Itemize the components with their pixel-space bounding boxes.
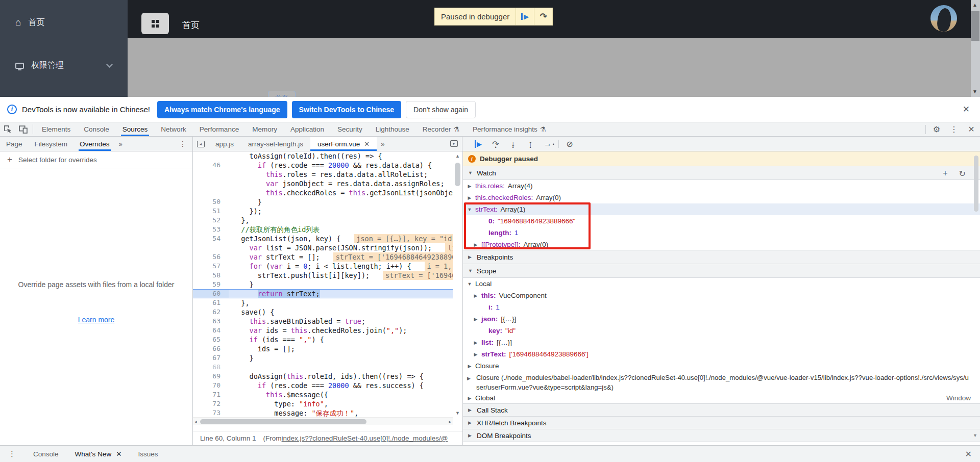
- line-number[interactable]: 46: [193, 161, 229, 170]
- file-tab-app-js[interactable]: app.js: [208, 137, 241, 151]
- line-number[interactable]: 70: [193, 381, 229, 390]
- drawer-close-icon[interactable]: ✕: [965, 449, 972, 459]
- scrollbar-thumb[interactable]: [971, 11, 979, 41]
- drawer-tab-what-s-new[interactable]: What's New✕: [67, 446, 130, 462]
- scope-row[interactable]: ▶this:VueComponent: [463, 290, 980, 301]
- code-line-60[interactable]: 60 return strText;: [193, 289, 453, 298]
- settings-gear-icon[interactable]: ⚙: [928, 124, 945, 134]
- tab-application[interactable]: Application: [284, 122, 331, 136]
- code-line-45[interactable]: 45 toAssign(roleId).then((res) => {: [193, 151, 453, 161]
- file-tab-userform-vue[interactable]: userForm.vue✕: [310, 137, 377, 151]
- code-line-57[interactable]: 57 for (var i = 0; i < list.length; i++)…: [193, 262, 453, 271]
- device-toolbar-icon[interactable]: [15, 122, 31, 136]
- breakpoint-marker[interactable]: 49: [193, 188, 229, 197]
- close-tab-icon[interactable]: ✕: [364, 140, 370, 148]
- scroll-right-icon[interactable]: ▸: [449, 419, 451, 424]
- code-line-61[interactable]: 61 },: [193, 298, 453, 307]
- tab-sources[interactable]: Sources: [116, 122, 155, 136]
- line-number[interactable]: 71: [193, 390, 229, 399]
- scope-global-row[interactable]: ▶ Global Window: [463, 392, 980, 404]
- hide-navigator-icon[interactable]: ◂: [193, 137, 208, 151]
- switch-devtools-chinese-button[interactable]: Switch DevTools to Chinese: [292, 101, 401, 118]
- watch-section-header[interactable]: ▼ Watch + ↻: [463, 166, 980, 180]
- code-line-58[interactable]: 58 strText.push(list[i][key]);strText = …: [193, 271, 453, 280]
- code-line-59[interactable]: 59 }: [193, 280, 453, 289]
- code-line-55[interactable]: 55 var list = JSON.parse(JSON.stringify(…: [193, 243, 453, 252]
- code-line-67[interactable]: 67 }: [193, 353, 453, 363]
- breakpoints-section-header[interactable]: ▶ Breakpoints: [463, 250, 980, 264]
- infobar-close-icon[interactable]: ✕: [963, 104, 970, 115]
- line-number[interactable]: 57: [193, 262, 229, 271]
- dont-show-again-button[interactable]: Don't show again: [406, 101, 476, 118]
- scope-section-header[interactable]: ▼ Scope: [463, 264, 980, 278]
- scope-row[interactable]: ▶json:[{…}]: [463, 313, 980, 325]
- code-line-68[interactable]: 68: [193, 363, 453, 372]
- code-line-66[interactable]: 66 ids = [];: [193, 344, 453, 353]
- disclosure-triangle-icon[interactable]: ▶: [467, 195, 472, 200]
- always-match-language-button[interactable]: Always match Chrome's language: [157, 101, 287, 118]
- code-line-65[interactable]: 65 if (ids === ",") {: [193, 335, 453, 344]
- line-number[interactable]: 58: [193, 271, 229, 280]
- code-editor[interactable]: 45 toAssign(roleId).then((res) => {46 if…: [193, 151, 462, 445]
- code-line-47[interactable]: 47 this.roles = res.data.data.allRoleLis…: [193, 170, 453, 179]
- inspect-element-icon[interactable]: [0, 122, 15, 136]
- tab-security[interactable]: Security: [331, 122, 369, 136]
- close-tab-icon[interactable]: ✕: [116, 450, 121, 458]
- step-over-icon[interactable]: ↷•: [487, 137, 504, 150]
- tab-lighthouse[interactable]: Lighthouse: [369, 122, 416, 136]
- watch-row[interactable]: ▶[[Prototype]]:Array(0): [463, 239, 980, 250]
- line-number[interactable]: 72: [193, 399, 229, 408]
- line-number[interactable]: 51: [193, 207, 229, 216]
- scroll-up-icon[interactable]: ▲: [972, 2, 977, 8]
- refresh-watch-icon[interactable]: ↻: [959, 169, 966, 178]
- line-number[interactable]: 67: [193, 353, 229, 363]
- learn-more-link[interactable]: Learn more: [0, 316, 192, 324]
- scope-closure-module-row[interactable]: ▶ Closure (./node_modules/babel-loader/l…: [463, 372, 980, 392]
- dom-breakpoints-section-header[interactable]: ▶ DOM Breakpoints: [463, 429, 980, 442]
- page-scrollbar[interactable]: ▲ ▼: [971, 0, 980, 97]
- scrollbar-thumb[interactable]: [455, 163, 460, 186]
- more-options-kebab-icon[interactable]: ⋮: [945, 124, 963, 134]
- code-line-53[interactable]: 53 //获取所有的角色id列表: [193, 225, 453, 234]
- more-tabs-icon[interactable]: »: [116, 137, 126, 151]
- breakpoint-marker[interactable]: 47: [193, 170, 229, 179]
- code-line-73[interactable]: 73 message: "保存成功！",: [193, 408, 453, 418]
- drawer-kebab-icon[interactable]: ⋮: [8, 449, 16, 458]
- scope-closure-row[interactable]: ▶ Closure: [463, 360, 980, 372]
- drawer-tab-console[interactable]: Console: [25, 446, 67, 462]
- disclosure-triangle-icon[interactable]: ▶: [473, 340, 478, 345]
- code-line-62[interactable]: 62 save() {: [193, 307, 453, 317]
- line-number[interactable]: 59: [193, 280, 229, 289]
- step-icon[interactable]: →•: [539, 137, 556, 150]
- more-open-files-icon[interactable]: »: [377, 137, 388, 151]
- code-line-70[interactable]: 70 if (res.code === 20000 && res.success…: [193, 381, 453, 390]
- line-number[interactable]: 56: [193, 252, 229, 262]
- source-map-link[interactable]: index.js??clonedRuleSet-40.use[0]!./node…: [282, 434, 448, 442]
- line-number[interactable]: 64: [193, 326, 229, 335]
- disclosure-triangle-icon[interactable]: ▶: [473, 352, 478, 357]
- code-line-48[interactable]: 48 var jsonObject = res.data.data.assign…: [193, 179, 453, 188]
- resume-script-button[interactable]: ▶: [516, 8, 534, 25]
- watch-row[interactable]: 0:"1694688464923889666": [463, 215, 980, 227]
- disclosure-triangle-icon[interactable]: ▶: [473, 242, 478, 247]
- deactivate-breakpoints-icon[interactable]: ⊘: [561, 137, 578, 150]
- resume-script-icon[interactable]: ▶: [470, 137, 487, 150]
- line-number[interactable]: 68: [193, 363, 229, 372]
- tab-elements[interactable]: Elements: [35, 122, 77, 136]
- tab-console[interactable]: Console: [77, 122, 116, 136]
- show-debugger-sidebar-icon[interactable]: ▸: [450, 140, 458, 147]
- line-number[interactable]: 50: [193, 197, 229, 207]
- step-out-icon[interactable]: ↑•: [522, 137, 539, 150]
- navigator-kebab-icon[interactable]: ⋮: [179, 140, 186, 148]
- scroll-down-icon[interactable]: ▼: [973, 433, 977, 438]
- code-line-72[interactable]: 72 type: "info",: [193, 399, 453, 408]
- tab-memory[interactable]: Memory: [246, 122, 284, 136]
- sidebar-scrollbar-thumb[interactable]: [974, 156, 978, 212]
- tab-recorder[interactable]: Recorder⚗: [416, 122, 466, 136]
- scroll-down-icon[interactable]: ▼: [972, 89, 977, 94]
- scope-row[interactable]: ▶list:[{…}]: [463, 337, 980, 348]
- watch-row[interactable]: ▶this.checkedRoles:Array(0): [463, 192, 980, 203]
- editor-horizontal-scrollbar[interactable]: ◂ ▸: [193, 417, 453, 425]
- line-number[interactable]: 65: [193, 335, 229, 344]
- breakpoint-marker[interactable]: 45: [193, 151, 229, 161]
